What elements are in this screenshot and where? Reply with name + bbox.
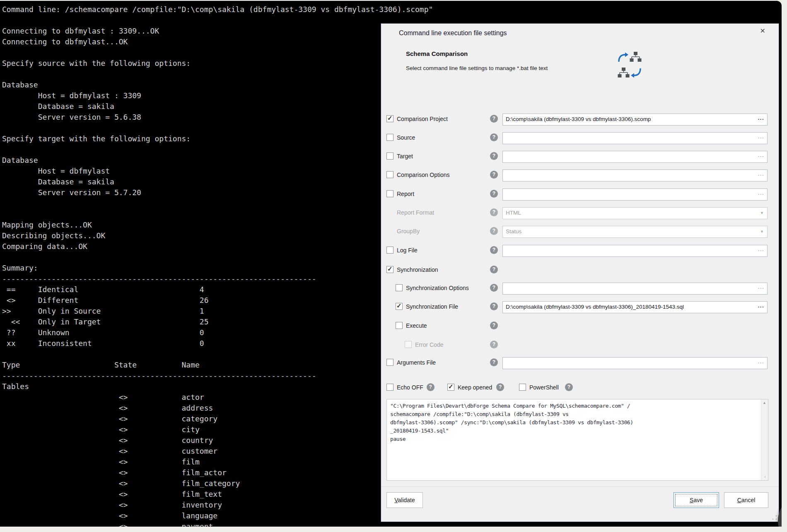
dialog-title: Command line execution file settings bbox=[399, 29, 507, 37]
groupby-label: GroupBy bbox=[397, 228, 420, 235]
error-code-label: Error Code bbox=[415, 341, 443, 348]
log-file-help-icon[interactable]: ? bbox=[490, 246, 498, 254]
comparison-project-checkbox[interactable]: ✓ bbox=[386, 115, 394, 122]
comparison-project-help-icon[interactable]: ? bbox=[490, 115, 498, 123]
target-checkbox[interactable]: ✓ bbox=[386, 152, 394, 160]
groupby-help-icon[interactable]: ? bbox=[490, 227, 498, 235]
cancel-button[interactable]: Cancel bbox=[724, 492, 768, 508]
synchronization-file-checkbox[interactable]: ✓ bbox=[396, 303, 403, 310]
synchronization-checkbox[interactable]: ✓ bbox=[386, 266, 394, 273]
source-label: Source bbox=[397, 134, 415, 141]
chevron-down-icon: ▼ bbox=[760, 211, 764, 215]
source-checkbox[interactable]: ✓ bbox=[386, 134, 394, 141]
powershell-checkbox[interactable]: ✓ bbox=[519, 384, 526, 391]
check-icon: ✓ bbox=[387, 114, 393, 122]
dialog-section-title: Schema Comparison bbox=[406, 50, 468, 57]
synchronization-options-browse-button[interactable]: ... bbox=[758, 284, 764, 290]
comparison-project-value: D:\comp\sakila (dbfmylast-3309 vs dbfmyl… bbox=[506, 116, 651, 122]
comparison-options-help-icon[interactable]: ? bbox=[490, 171, 498, 179]
bat-options-row: ✓Echo OFF?✓Keep opened?✓PowerShell? bbox=[381, 384, 779, 394]
report-checkbox[interactable]: ✓ bbox=[386, 190, 394, 197]
execute-checkbox[interactable]: ✓ bbox=[396, 322, 403, 329]
report-format-value: HTML bbox=[506, 210, 521, 216]
keep-opened-checkbox[interactable]: ✓ bbox=[447, 384, 454, 391]
settings-row-groupby: GroupBy?Status▼ bbox=[381, 227, 779, 242]
report-format-help-icon[interactable]: ? bbox=[490, 208, 498, 216]
source-browse-button[interactable]: ... bbox=[758, 133, 764, 140]
execute-help-icon[interactable]: ? bbox=[490, 322, 498, 329]
arguments-file-browse-button[interactable]: ... bbox=[758, 358, 764, 365]
comparison-project-input[interactable]: D:\comp\sakila (dbfmylast-3309 vs dbfmyl… bbox=[502, 114, 768, 126]
comparison-options-checkbox[interactable]: ✓ bbox=[386, 171, 394, 178]
keep-opened-label: Keep opened bbox=[458, 384, 492, 391]
synchronization-options-input[interactable]: ... bbox=[502, 283, 768, 295]
dialog-command-line-settings: Command line execution file settings ✕ S… bbox=[381, 24, 779, 522]
comparison-options-label: Comparison Options bbox=[397, 172, 450, 178]
settings-row-synchronization: ✓Synchronization? bbox=[381, 266, 779, 280]
accelerator-letter: C bbox=[737, 497, 741, 503]
bat-file-text[interactable]: "C:\Program Files\Devart\dbForge Schema … bbox=[387, 399, 755, 446]
arguments-file-input[interactable]: ... bbox=[502, 357, 768, 369]
report-format-label: Report Format bbox=[397, 209, 434, 216]
echo-off-help-icon[interactable]: ? bbox=[427, 383, 435, 391]
scroll-down-icon[interactable]: ▼ bbox=[763, 475, 767, 479]
console-output: Command line: /schemacompare /compfile:"… bbox=[0, 1, 433, 527]
footer-divider bbox=[381, 486, 779, 487]
source-help-icon[interactable]: ? bbox=[490, 133, 498, 141]
settings-row-source: ✓Source?... bbox=[381, 134, 779, 148]
report-help-icon[interactable]: ? bbox=[490, 190, 498, 198]
settings-row-comparison-options: ✓Comparison Options?... bbox=[381, 171, 779, 185]
synchronization-file-value: D:\comp\sakila (dbfmylast-3309 vs dbfmyl… bbox=[506, 304, 684, 310]
settings-row-log-file: ✓Log File?... bbox=[381, 247, 779, 261]
synchronization-options-label: Synchronization Options bbox=[406, 285, 469, 291]
synchronization-file-browse-button[interactable]: ... bbox=[758, 302, 764, 309]
arguments-file-help-icon[interactable]: ? bbox=[490, 358, 498, 366]
validate-button[interactable]: Validate bbox=[386, 492, 423, 508]
synchronization-file-input[interactable]: D:\comp\sakila (dbfmylast-3309 vs dbfmyl… bbox=[502, 301, 768, 313]
arguments-file-label: Arguments File bbox=[397, 359, 436, 366]
log-file-label: Log File bbox=[397, 247, 418, 254]
settings-row-arguments-file: ✓Arguments File?... bbox=[381, 359, 779, 373]
log-file-input[interactable]: ... bbox=[502, 245, 768, 257]
target-input[interactable]: ... bbox=[502, 151, 768, 163]
groupby-dropdown: Status▼ bbox=[502, 226, 768, 238]
scroll-up-icon[interactable]: ▲ bbox=[763, 401, 766, 405]
report-input[interactable]: ... bbox=[502, 189, 768, 201]
accelerator-letter: S bbox=[690, 497, 693, 503]
target-browse-button[interactable]: ... bbox=[758, 152, 764, 158]
log-file-checkbox[interactable]: ✓ bbox=[386, 247, 394, 254]
settings-row-error-code: ✓Error Code? bbox=[381, 341, 779, 355]
resize-grip[interactable] bbox=[772, 515, 777, 520]
target-help-icon[interactable]: ? bbox=[490, 152, 498, 160]
keep-opened-help-icon[interactable]: ? bbox=[496, 383, 504, 391]
bat-file-text-box[interactable]: "C:\Program Files\Devart\dbForge Schema … bbox=[386, 399, 768, 481]
synchronization-help-icon[interactable]: ? bbox=[490, 266, 498, 273]
page-frame: Command line: /schemacompare /compfile:"… bbox=[0, 0, 787, 532]
settings-row-comparison-project: ✓Comparison Project?D:\comp\sakila (dbfm… bbox=[381, 115, 779, 129]
report-format-dropdown: HTML▼ bbox=[502, 207, 768, 219]
log-file-browse-button[interactable]: ... bbox=[758, 246, 764, 252]
powershell-help-icon[interactable]: ? bbox=[565, 383, 573, 391]
powershell-label: PowerShell bbox=[529, 384, 559, 391]
synchronization-options-checkbox[interactable]: ✓ bbox=[396, 284, 403, 291]
bat-text-scrollbar[interactable]: ▲ ▼ bbox=[761, 399, 768, 480]
arguments-file-checkbox[interactable]: ✓ bbox=[386, 359, 394, 366]
target-label: Target bbox=[397, 153, 413, 160]
comparison-options-browse-button[interactable]: ... bbox=[758, 171, 764, 177]
chevron-down-icon: ▼ bbox=[760, 230, 764, 234]
report-browse-button[interactable]: ... bbox=[758, 190, 764, 196]
save-button[interactable]: Save bbox=[674, 492, 719, 508]
comparison-project-label: Comparison Project bbox=[397, 116, 448, 122]
comparison-options-input[interactable]: ... bbox=[502, 169, 768, 181]
synchronization-options-help-icon[interactable]: ? bbox=[490, 284, 498, 292]
comparison-project-browse-button[interactable]: ... bbox=[758, 115, 764, 121]
source-input[interactable]: ... bbox=[502, 132, 768, 144]
close-icon[interactable]: ✕ bbox=[758, 26, 767, 36]
synchronization-file-help-icon[interactable]: ? bbox=[490, 302, 498, 310]
error-code-help-icon[interactable]: ? bbox=[490, 341, 498, 348]
report-label: Report bbox=[397, 191, 414, 197]
synchronization-file-label: Synchronization File bbox=[406, 303, 458, 310]
groupby-value: Status bbox=[506, 228, 521, 235]
error-code-checkbox: ✓ bbox=[405, 341, 412, 348]
echo-off-checkbox[interactable]: ✓ bbox=[386, 384, 394, 391]
